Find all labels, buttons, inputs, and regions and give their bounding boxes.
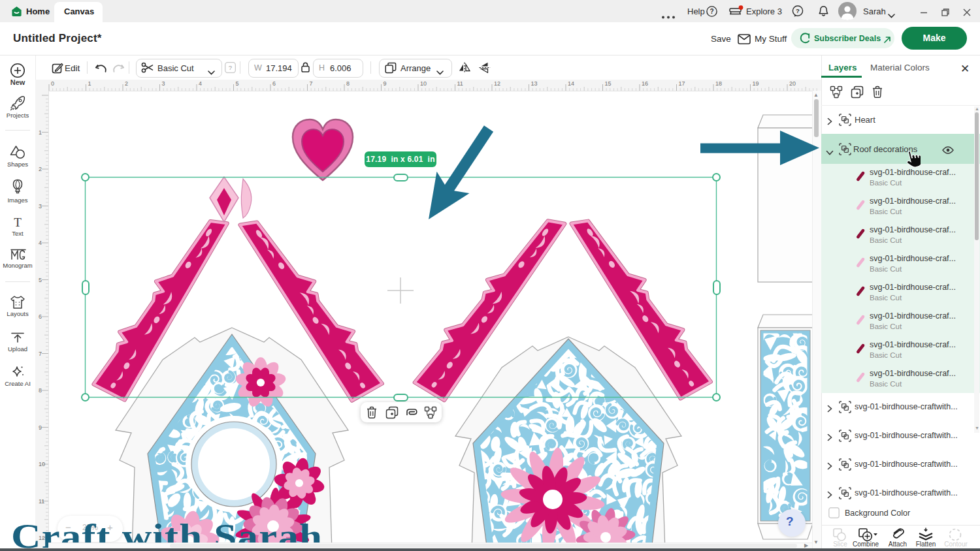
svg-text:9: 9 — [384, 80, 387, 87]
svg-text:1: 1 — [88, 80, 91, 87]
svg-text:2: 2 — [39, 166, 42, 172]
svg-text:19: 19 — [753, 80, 759, 87]
svg-text:9: 9 — [39, 424, 42, 431]
svg-text:13: 13 — [531, 80, 538, 87]
svg-text:8: 8 — [39, 387, 42, 394]
svg-text:4: 4 — [39, 240, 42, 246]
svg-text:5: 5 — [236, 80, 239, 87]
svg-text:8: 8 — [346, 80, 350, 87]
svg-text:7: 7 — [39, 351, 42, 357]
svg-text:2: 2 — [125, 80, 128, 87]
svg-text:12: 12 — [494, 80, 500, 87]
svg-text:3: 3 — [162, 80, 165, 87]
svg-text:7: 7 — [310, 80, 313, 87]
svg-text:6: 6 — [39, 313, 42, 320]
svg-text:20: 20 — [789, 80, 796, 87]
svg-text:3: 3 — [39, 203, 42, 210]
svg-text:4: 4 — [199, 80, 202, 87]
svg-text:6: 6 — [272, 80, 276, 87]
svg-text:11: 11 — [457, 80, 463, 87]
svg-text:15: 15 — [605, 80, 612, 87]
svg-text:?: ? — [796, 7, 800, 14]
svg-text:?: ? — [229, 64, 232, 71]
svg-text:?: ? — [710, 8, 713, 15]
svg-text:10: 10 — [39, 461, 45, 467]
svg-text:18: 18 — [715, 80, 722, 87]
svg-text:11: 11 — [39, 498, 44, 505]
svg-text:10: 10 — [420, 80, 427, 87]
svg-text:0: 0 — [51, 80, 54, 87]
svg-text:1: 1 — [39, 129, 42, 136]
svg-text:17: 17 — [679, 80, 685, 87]
svg-text:14: 14 — [568, 80, 574, 87]
svg-text:16: 16 — [642, 80, 648, 87]
svg-text:5: 5 — [39, 277, 42, 283]
